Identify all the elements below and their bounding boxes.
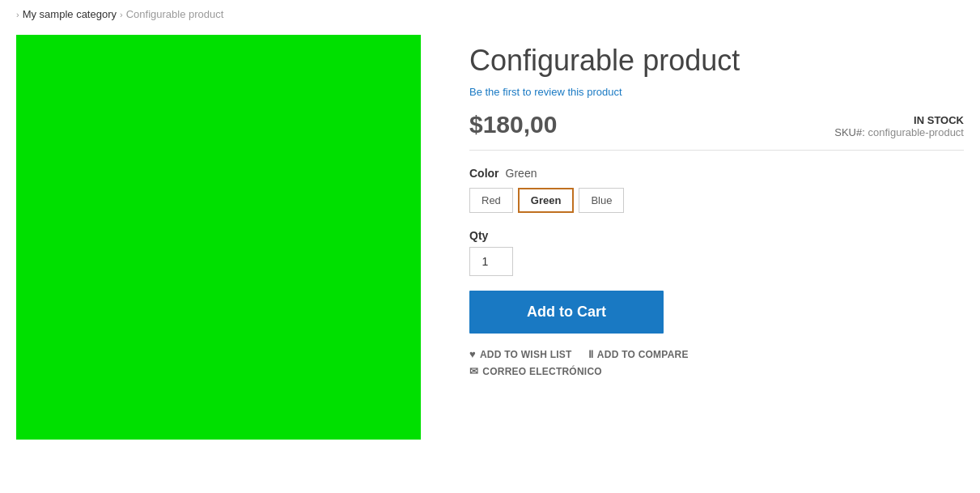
product-actions: ♥ ADD TO WISH LIST Ⅱ ADD TO COMPARE ✉ CO… xyxy=(469,348,964,377)
page-wrapper: › My sample category › Configurable prod… xyxy=(0,0,980,472)
heart-icon: ♥ xyxy=(469,348,476,360)
color-options: Red Green Blue xyxy=(469,188,964,213)
product-image xyxy=(16,35,421,440)
product-info-col: Configurable product Be the first to rev… xyxy=(469,35,964,377)
add-to-compare-label: ADD TO COMPARE xyxy=(597,349,689,360)
add-to-compare-link[interactable]: Ⅱ ADD TO COMPARE xyxy=(588,348,689,360)
chevron-left-icon: › xyxy=(16,10,19,19)
color-btn-blue[interactable]: Blue xyxy=(579,188,624,213)
review-link[interactable]: Be the first to review this product xyxy=(469,86,964,98)
divider xyxy=(469,150,964,151)
email-link[interactable]: ✉ CORREO ELECTRÓNICO xyxy=(469,365,602,377)
in-stock-badge: IN STOCK xyxy=(834,114,964,126)
add-to-cart-button[interactable]: Add to Cart xyxy=(469,291,664,334)
price-row: $180,00 IN STOCK SKU#: configurable-prod… xyxy=(469,111,964,138)
product-image-col xyxy=(16,35,421,440)
add-to-wishlist-link[interactable]: ♥ ADD TO WISH LIST xyxy=(469,348,572,360)
color-label: Color xyxy=(469,167,499,180)
color-btn-red[interactable]: Red xyxy=(469,188,513,213)
product-title: Configurable product xyxy=(469,43,964,78)
selected-color-text: Green xyxy=(506,167,537,180)
sku-label: SKU#: xyxy=(834,126,865,138)
breadcrumb-current: Configurable product xyxy=(126,8,224,20)
add-to-wishlist-label: ADD TO WISH LIST xyxy=(480,349,572,360)
stock-sku: IN STOCK SKU#: configurable-product xyxy=(834,114,964,138)
qty-input[interactable] xyxy=(469,247,513,276)
breadcrumb-category-link[interactable]: My sample category xyxy=(23,8,117,20)
sku-line: SKU#: configurable-product xyxy=(834,126,964,138)
breadcrumb: › My sample category › Configurable prod… xyxy=(16,0,964,27)
color-option-label-row: Color Green xyxy=(469,167,964,180)
sku-value: configurable-product xyxy=(868,126,964,138)
email-icon: ✉ xyxy=(469,365,478,377)
chevron-right-icon: › xyxy=(120,10,123,19)
compare-icon: Ⅱ xyxy=(588,348,593,360)
product-price: $180,00 xyxy=(469,111,557,138)
email-label: CORREO ELECTRÓNICO xyxy=(482,366,602,377)
actions-row2: ✉ CORREO ELECTRÓNICO xyxy=(469,365,964,377)
product-main: Configurable product Be the first to rev… xyxy=(16,27,964,472)
qty-label: Qty xyxy=(469,229,964,242)
color-btn-green[interactable]: Green xyxy=(518,188,575,213)
actions-row1: ♥ ADD TO WISH LIST Ⅱ ADD TO COMPARE xyxy=(469,348,964,360)
